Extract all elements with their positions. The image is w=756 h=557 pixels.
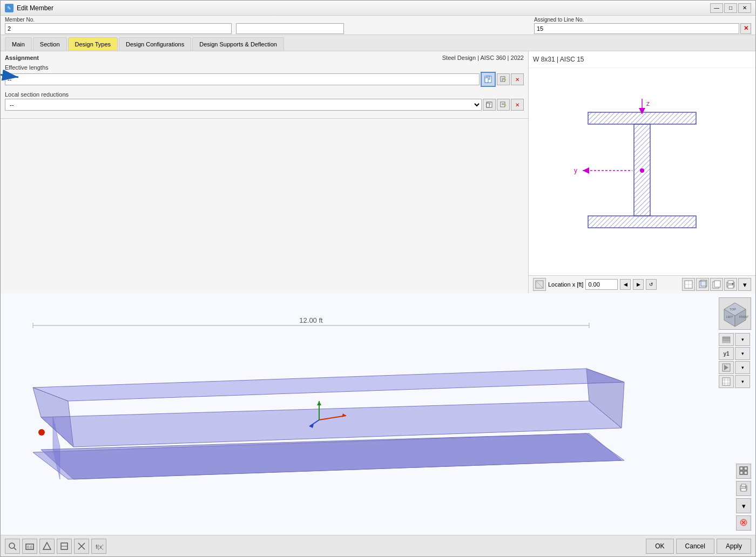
- member-no-label: Member No.: [5, 17, 232, 23]
- svg-point-24: [640, 168, 644, 173]
- left-panel-spacer: [1, 119, 528, 293]
- assigned-section: Assigned to Line No. ✕: [534, 17, 751, 34]
- location-bar: Location x [ft] ◀ ▶ ↺: [529, 275, 755, 293]
- svg-text:LEFT: LEFT: [726, 315, 733, 318]
- effective-lengths-edit-button[interactable]: [497, 73, 510, 85]
- right-panel: W 8x31 | AISC 15: [529, 51, 755, 293]
- svg-marker-56: [317, 401, 321, 405]
- ok-button[interactable]: OK: [646, 539, 673, 554]
- svg-rect-30: [699, 281, 706, 288]
- location-3d-button[interactable]: [696, 278, 709, 291]
- viewport-print-dropdown[interactable]: ▾: [736, 498, 751, 513]
- local-section-new-button[interactable]: [483, 99, 496, 111]
- svg-rect-38: [728, 281, 733, 283]
- svg-rect-17: [588, 216, 696, 228]
- section-preview-title: W 8x31 | AISC 15: [529, 51, 755, 68]
- assigned-label: Assigned to Line No.: [534, 17, 751, 23]
- svg-rect-75: [740, 467, 743, 470]
- svg-text:y: y: [574, 167, 577, 174]
- member-no-input[interactable]: [5, 23, 232, 34]
- member-header: Member No. Assigned to Line No. ✕: [1, 16, 755, 35]
- main-window: ✎ Edit Member — □ ✕ Member No. Assigned …: [0, 0, 756, 557]
- app-icon: ✎: [5, 4, 14, 12]
- location-copy-button[interactable]: [710, 278, 723, 291]
- toolbar-search-button[interactable]: [5, 539, 20, 554]
- toolbar-btn2[interactable]: 0.0: [22, 539, 37, 554]
- navigation-cube[interactable]: TOP LEFT FRONT: [719, 297, 751, 330]
- tabs-bar: Main Section Design Types Design Configu…: [1, 35, 755, 51]
- svg-text:FRONT: FRONT: [739, 315, 748, 318]
- tab-main[interactable]: Main: [5, 37, 32, 51]
- viewport-buttons-row4: ▾: [719, 375, 751, 388]
- svg-point-40: [732, 283, 734, 285]
- minimize-button[interactable]: —: [710, 3, 723, 13]
- location-next-button[interactable]: ▶: [633, 279, 644, 290]
- svg-text:12.00 ft: 12.00 ft: [299, 316, 323, 324]
- location-select-button[interactable]: [533, 278, 546, 291]
- apply-button[interactable]: Apply: [717, 539, 751, 554]
- location-x-input[interactable]: [585, 279, 618, 290]
- title-bar-controls: — □ ✕: [710, 3, 751, 13]
- close-button[interactable]: ✕: [738, 3, 751, 13]
- location-render-button[interactable]: [682, 278, 695, 291]
- bottom-toolbar: 0.0 f(x) OK Cancel Apply: [1, 535, 755, 556]
- title-bar-left: ✎ Edit Member: [5, 4, 53, 12]
- assigned-input-row: ✕: [534, 23, 751, 34]
- svg-text:TOP: TOP: [730, 308, 736, 311]
- toolbar-btn5[interactable]: [74, 539, 89, 554]
- toolbar-btn3[interactable]: [39, 539, 55, 554]
- viewport-render-button[interactable]: [719, 361, 734, 374]
- effective-lengths-input[interactable]: [5, 73, 480, 85]
- location-prev-button[interactable]: ◀: [620, 279, 631, 290]
- location-reset-button[interactable]: ↺: [646, 279, 657, 290]
- viewport-zoom-fit-button[interactable]: [736, 464, 751, 479]
- tab-design-config[interactable]: Design Configurations: [119, 37, 191, 51]
- viewport-print-button[interactable]: [736, 481, 751, 496]
- viewport-close-button[interactable]: [736, 515, 751, 531]
- location-more-button[interactable]: ▾: [738, 278, 751, 291]
- effective-lengths-new-button[interactable]: [481, 72, 496, 87]
- svg-line-87: [14, 548, 16, 550]
- assignment-title: Assignment: [5, 55, 39, 61]
- local-section-delete-button[interactable]: ✕: [511, 99, 524, 111]
- assigned-clear-button[interactable]: ✕: [740, 23, 751, 34]
- local-section-edit-button[interactable]: [497, 99, 510, 111]
- viewport-grid-dropdown[interactable]: ▾: [735, 375, 750, 388]
- member-no-field: Member No.: [5, 17, 232, 34]
- cancel-button[interactable]: Cancel: [676, 539, 714, 554]
- location-print-button[interactable]: [724, 278, 737, 291]
- local-section-reductions-row: Local section reductions --: [5, 91, 524, 111]
- viewport-render-dropdown[interactable]: ▾: [735, 361, 750, 374]
- toolbar-btn4[interactable]: [57, 539, 72, 554]
- svg-rect-70: [723, 378, 730, 385]
- window-title: Edit Member: [17, 4, 53, 12]
- effective-lengths-label: Effective lengths: [5, 64, 524, 71]
- viewport-grid-button[interactable]: [719, 375, 734, 388]
- viewport-layers-button[interactable]: [719, 333, 734, 346]
- svg-rect-66: [723, 339, 730, 341]
- svg-rect-36: [714, 281, 720, 287]
- tab-design-supports[interactable]: Design Supports & Deflection: [192, 37, 284, 51]
- toolbar-btn6[interactable]: f(x): [91, 539, 106, 554]
- assigned-input[interactable]: [534, 23, 739, 34]
- viewport-buttons-row3: ▾: [719, 361, 751, 374]
- member-mid-input[interactable]: [236, 23, 344, 34]
- assignment-header: Assignment Steel Design | AISC 360 | 202…: [5, 55, 524, 61]
- tab-design-types[interactable]: Design Types: [68, 37, 118, 51]
- member-mid-label: [236, 17, 344, 23]
- viewport-layers-dropdown[interactable]: ▾: [735, 333, 750, 346]
- local-section-reductions-label: Local section reductions: [5, 91, 524, 98]
- maximize-button[interactable]: □: [724, 3, 737, 13]
- viewport-y-axis-button[interactable]: y1: [719, 347, 734, 360]
- title-bar: ✎ Edit Member — □ ✕: [1, 1, 755, 16]
- viewport-buttons-row1: ▾: [719, 333, 751, 346]
- svg-text:f(x): f(x): [96, 544, 103, 550]
- svg-rect-76: [744, 467, 747, 470]
- svg-rect-2: [485, 78, 488, 83]
- svg-rect-78: [744, 471, 747, 474]
- local-section-reductions-select[interactable]: --: [5, 99, 482, 111]
- viewport-y-dropdown[interactable]: ▾: [735, 347, 750, 360]
- content-area: Assignment Steel Design | AISC 360 | 202…: [1, 51, 755, 293]
- tab-section[interactable]: Section: [33, 37, 67, 51]
- effective-lengths-delete-button[interactable]: ✕: [511, 73, 524, 85]
